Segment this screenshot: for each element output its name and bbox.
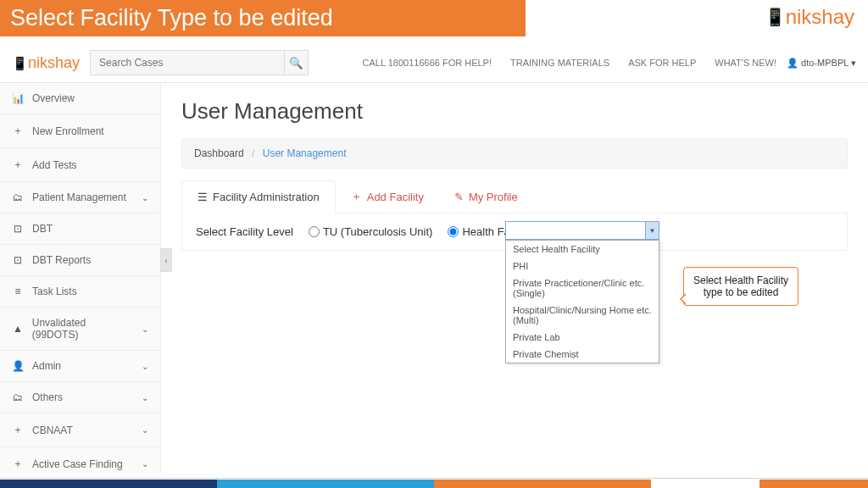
nav-whatsnew[interactable]: WHAT'S NEW!	[715, 58, 776, 68]
page-title: User Management	[181, 98, 848, 125]
chevron-down-icon: ⌄	[142, 193, 148, 202]
sidebar-item-label: Unvalidated (99DOTS)	[32, 317, 133, 341]
dropdown-list: Select Health FacilityPHIPrivate Practic…	[505, 240, 659, 363]
logo-top-left[interactable]: 📱nikshay	[12, 54, 80, 72]
edit-icon: ✎	[454, 191, 464, 203]
radio-tu[interactable]: TU (Tuberculosis Unit)	[309, 225, 433, 238]
facility-type-dropdown: ▼ Select Health FacilityPHIPrivate Pract…	[505, 221, 659, 363]
sidebar-icon: ⊡	[12, 223, 24, 235]
sidebar-item-8[interactable]: 👤Admin⌄	[0, 351, 160, 382]
banner-title: Select Facility Type to be edited	[10, 5, 333, 30]
sidebar-item-5[interactable]: ⊡DBT Reports	[0, 245, 160, 276]
sidebar-icon: ＋	[12, 158, 24, 172]
footer-bar	[0, 480, 868, 488]
sidebar-icon: 👤	[12, 360, 24, 372]
chevron-down-icon: ⌄	[142, 425, 148, 435]
dropdown-option-5[interactable]: Private Chemist	[506, 346, 659, 363]
sidebar-icon: ＋	[12, 124, 24, 138]
sidebar-icon: 📊	[12, 92, 24, 104]
nav-ask[interactable]: ASK FOR HELP	[628, 58, 696, 68]
sidebar-item-label: Active Case Finding	[32, 458, 123, 470]
tab-add-facility[interactable]: ＋ Add Facility	[336, 180, 439, 213]
list-icon: ☰	[198, 191, 208, 203]
facility-level-label: Select Facility Level	[196, 225, 293, 238]
nav-training[interactable]: TRAINING MATERIALS	[510, 58, 609, 68]
user-menu[interactable]: 👤 dto-MPBPL ▾	[787, 58, 856, 69]
topbar: 📱nikshay 🔍 CALL 1800116666 FOR HELP! TRA…	[0, 43, 868, 83]
chevron-left-icon: ‹	[164, 256, 167, 265]
sidebar-item-label: DBT Reports	[32, 254, 91, 266]
sidebar-item-7[interactable]: ▲Unvalidated (99DOTS)⌄	[0, 308, 160, 351]
sidebar-item-label: Task Lists	[32, 286, 77, 297]
sidebar-item-label: DBT	[32, 223, 53, 235]
sidebar-item-1[interactable]: ＋New Enrollment	[0, 114, 160, 148]
search-button[interactable]: 🔍	[285, 50, 309, 75]
sidebar-collapse[interactable]: ‹	[160, 248, 172, 272]
chevron-down-icon: ⌄	[142, 459, 148, 469]
breadcrumb: Dashboard / User Management	[181, 138, 848, 169]
sidebar: 📊Overview＋New Enrollment＋Add Tests🗂Patie…	[0, 83, 161, 473]
sidebar-icon: ▲	[12, 323, 24, 335]
sidebar-item-3[interactable]: 🗂Patient Management⌄	[0, 182, 160, 214]
search-input[interactable]	[90, 50, 285, 75]
sidebar-item-label: Add Tests	[32, 159, 76, 171]
sidebar-item-2[interactable]: ＋Add Tests	[0, 148, 160, 182]
topnav: CALL 1800116666 FOR HELP! TRAINING MATER…	[363, 58, 776, 68]
user-icon: 👤	[787, 58, 798, 68]
callout-select-facility: Select Health Facility type to be edited	[683, 267, 798, 306]
breadcrumb-current[interactable]: User Management	[263, 147, 347, 159]
phone-icon: 📱	[765, 8, 786, 26]
chevron-down-icon: ⌄	[142, 324, 148, 334]
sidebar-icon: ＋	[12, 423, 24, 437]
sidebar-icon: ⊡	[12, 254, 24, 266]
sidebar-item-label: Overview	[32, 92, 75, 104]
sidebar-item-11[interactable]: ＋Active Case Finding⌄	[0, 447, 160, 481]
sidebar-item-4[interactable]: ⊡DBT	[0, 214, 160, 245]
sidebar-icon: 🗂	[12, 391, 24, 403]
plus-icon: ＋	[351, 189, 362, 204]
dropdown-field[interactable]: ▼	[505, 221, 659, 240]
sidebar-item-10[interactable]: ＋CBNAAT⌄	[0, 413, 160, 447]
chevron-down-icon: ⌄	[142, 362, 148, 371]
sidebar-item-label: Others	[32, 391, 63, 403]
instruction-banner: Select Facility Type to be edited	[0, 0, 526, 36]
dropdown-value	[506, 222, 645, 239]
phone-icon: 📱	[12, 56, 28, 70]
dropdown-toggle[interactable]: ▼	[645, 222, 659, 239]
nav-call[interactable]: CALL 1800116666 FOR HELP!	[363, 58, 492, 68]
sidebar-item-label: Patient Management	[32, 191, 126, 203]
sidebar-item-label: New Enrollment	[32, 125, 104, 137]
sidebar-item-9[interactable]: 🗂Others⌄	[0, 382, 160, 413]
dropdown-option-3[interactable]: Hospital/Clinic/Nursing Home etc.(Multi)	[506, 302, 659, 329]
dropdown-option-0[interactable]: Select Health Facility	[506, 241, 659, 258]
breadcrumb-root[interactable]: Dashboard	[194, 147, 244, 159]
caret-down-icon: ▾	[851, 58, 856, 68]
sidebar-item-6[interactable]: ≡Task Lists	[0, 276, 160, 308]
chevron-down-icon: ▼	[649, 227, 656, 235]
sidebar-item-0[interactable]: 📊Overview	[0, 83, 160, 114]
chevron-down-icon: ⌄	[142, 393, 148, 402]
tab-facility-admin[interactable]: ☰ Facility Administration	[181, 180, 336, 214]
sidebar-icon: ≡	[12, 286, 24, 297]
dropdown-option-1[interactable]: PHI	[506, 258, 659, 274]
tabs: ☰ Facility Administration ＋ Add Facility…	[181, 180, 848, 214]
search-wrap: 🔍	[90, 50, 309, 75]
sidebar-icon: ＋	[12, 457, 24, 471]
search-icon: 🔍	[289, 57, 303, 69]
dropdown-option-4[interactable]: Private Lab	[506, 329, 659, 346]
logo-top-right: 📱nikshay	[765, 5, 854, 29]
sidebar-item-label: Admin	[32, 360, 61, 372]
dropdown-option-2[interactable]: Private Practicetioner/Clinic etc.(Singl…	[506, 274, 659, 302]
sidebar-icon: 🗂	[12, 191, 24, 203]
tab-my-profile[interactable]: ✎ My Profile	[439, 180, 533, 213]
sidebar-item-label: CBNAAT	[32, 424, 73, 436]
